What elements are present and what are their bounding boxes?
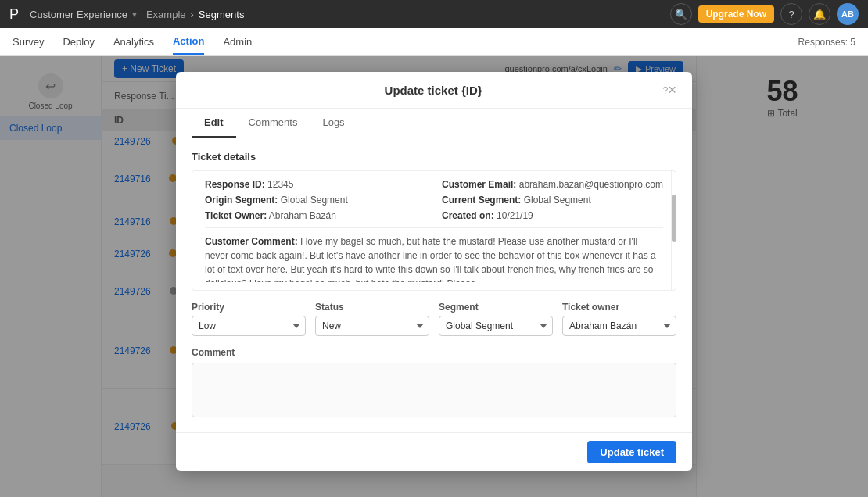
ticket-owner-field-group: Ticket owner Abraham Bazán Me Others [562, 302, 676, 336]
origin-segment-label: Origin Segment: [205, 195, 278, 206]
customer-email-value: abraham.bazan@questionpro.com [519, 179, 663, 190]
priority-label: Priority [192, 302, 306, 313]
topbar-icons: 🔍 Upgrade Now ? 🔔 AB [670, 3, 859, 25]
priority-field-group: Priority Low Medium High [192, 302, 306, 336]
ticket-owner-value: Abraham Bazán [269, 210, 336, 221]
origin-segment-value: Global Segment [281, 195, 348, 206]
upgrade-button[interactable]: Upgrade Now [698, 5, 774, 23]
comment-section: Comment [192, 347, 676, 420]
comment-label: Comment [192, 347, 676, 358]
search-icon-btn[interactable]: 🔍 [670, 3, 692, 25]
status-field-group: Status New Open Pending Resolved Escalat… [315, 302, 429, 336]
modal-tabs: Edit Comments Logs [176, 109, 692, 138]
update-ticket-button[interactable]: Update ticket [587, 441, 676, 463]
modal-header: Update ticket {ID} ? × [176, 72, 692, 109]
modal-title: Update ticket {ID} [207, 84, 659, 97]
chevron-icon: ▼ [131, 10, 138, 19]
fields-row: Priority Low Medium High Status New Open… [192, 302, 676, 336]
modal-tab-comments[interactable]: Comments [236, 109, 310, 138]
priority-select[interactable]: Low Medium High [192, 316, 306, 336]
ticket-details-grid: Response ID: 12345 Customer Email: abrah… [205, 179, 663, 221]
ticket-details-title: Ticket details [192, 151, 676, 163]
origin-segment-item: Origin Segment: Global Segment [205, 195, 426, 206]
nav-item-action[interactable]: Action [173, 29, 204, 55]
created-on-item: Created on: 10/21/19 [442, 210, 663, 221]
status-label: Status [315, 302, 429, 313]
nav-item-analytics[interactable]: Analytics [113, 30, 154, 54]
ticket-owner-label: Ticket Owner: [205, 210, 267, 221]
notifications-icon-btn[interactable]: 🔔 [809, 3, 830, 25]
segment-field-group: Segment Global Segment Segment example 2 [439, 302, 553, 336]
comment-textarea[interactable] [192, 363, 676, 417]
modal: Update ticket {ID} ? × Edit Comments Log… [176, 72, 692, 471]
modal-footer: Update ticket [176, 432, 692, 471]
created-on-label: Created on: [442, 210, 494, 221]
customer-email-item: Customer Email: abraham.bazan@questionpr… [442, 179, 663, 190]
breadcrumb-link[interactable]: Example [146, 9, 186, 20]
current-segment-value: Global Segment [524, 195, 591, 206]
customer-comment-text: Customer Comment: I love my bagel so muc… [205, 227, 663, 282]
navbar: Survey Deploy Analytics Action Admin Res… [0, 28, 868, 56]
modal-overlay: Update ticket {ID} ? × Edit Comments Log… [0, 56, 868, 497]
breadcrumb-sep: › [191, 9, 194, 20]
modal-body: Ticket details Response ID: 12345 [176, 138, 692, 432]
nav-item-admin[interactable]: Admin [223, 30, 252, 54]
current-segment-item: Current Segment: Global Segment [442, 195, 663, 206]
ticket-details-section: Ticket details Response ID: 12345 [192, 151, 676, 291]
modal-tab-logs[interactable]: Logs [310, 109, 357, 138]
content-area: ↩ Closed Loop Closed Loop + New Ticket q… [0, 56, 868, 497]
responses-count: Responses: 5 [798, 37, 855, 48]
current-segment-label: Current Segment: [442, 195, 521, 206]
topbar-app-name[interactable]: Customer Experience ▼ [30, 9, 138, 20]
help-icon-btn[interactable]: ? [780, 3, 802, 25]
ticket-owner-select[interactable]: Abraham Bazán Me Others [562, 316, 676, 336]
nav-item-deploy[interactable]: Deploy [63, 30, 94, 54]
topbar-logo: P [9, 6, 19, 23]
nav-item-survey[interactable]: Survey [13, 30, 44, 54]
avatar[interactable]: AB [837, 3, 859, 25]
modal-help-icon[interactable]: ? [662, 84, 668, 96]
breadcrumb-current: Segments [199, 9, 245, 20]
topbar: P Customer Experience ▼ Example › Segmen… [0, 0, 868, 28]
response-id-label: Response ID: [205, 179, 265, 190]
status-select[interactable]: New Open Pending Resolved Escalated [315, 316, 429, 336]
ticket-owner-item: Ticket Owner: Abraham Bazán [205, 210, 426, 221]
modal-tab-edit[interactable]: Edit [192, 109, 236, 138]
modal-close-button[interactable]: × [668, 83, 676, 97]
segment-label: Segment [439, 302, 553, 313]
created-on-value: 10/21/19 [497, 210, 533, 221]
customer-email-label: Customer Email: [442, 179, 516, 190]
response-id-value: 12345 [267, 179, 293, 190]
response-id-item: Response ID: 12345 [205, 179, 426, 190]
customer-comment-label: Customer Comment: [205, 236, 298, 247]
ticket-owner-field-label: Ticket owner [562, 302, 676, 313]
breadcrumb: Example › Segments [146, 9, 244, 20]
segment-select[interactable]: Global Segment Segment example 2 [439, 316, 553, 336]
